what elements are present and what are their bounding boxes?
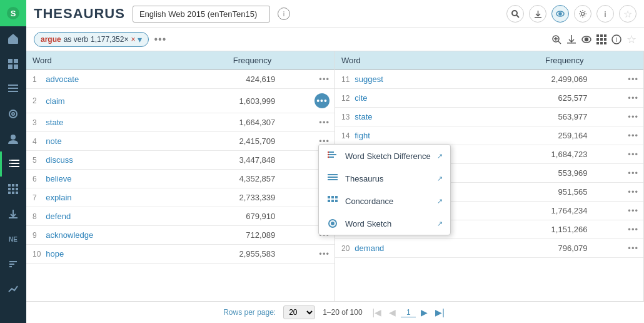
rows-per-page-select[interactable]: 20 10 50 100: [283, 305, 315, 319]
row-more-button[interactable]: •••: [628, 244, 638, 253]
row-word[interactable]: suggest: [352, 70, 456, 89]
row-number: 1: [26, 70, 43, 89]
sidebar-item-home[interactable]: [0, 26, 26, 51]
row-frequency: 2,415,709: [163, 132, 278, 151]
row-more-button[interactable]: •••: [628, 187, 638, 197]
row-word[interactable]: explain: [43, 188, 162, 207]
grid-icon[interactable]: [596, 34, 606, 44]
corpus-selector[interactable]: [133, 6, 270, 23]
dropdown-item-word-sketch[interactable]: Word Sketch ↗: [319, 212, 450, 235]
svg-rect-40: [567, 43, 576, 44]
row-more-button[interactable]: •••: [628, 150, 638, 159]
svg-text:i: i: [616, 36, 617, 43]
dropdown-item-word-sketch-diff[interactable]: Word Sketch Difference ↗: [319, 145, 450, 167]
row-more-button[interactable]: •••: [628, 93, 638, 103]
search-button[interactable]: [506, 5, 524, 23]
row-word[interactable]: cite: [352, 89, 456, 108]
dropdown-item-thesaurus[interactable]: Thesaurus ↗: [319, 167, 450, 190]
table-row: 8 defend 679,910 •••: [26, 207, 335, 226]
row-more-button[interactable]: •••: [628, 206, 638, 215]
row-word[interactable]: demand: [352, 239, 456, 258]
table-row: 10 hope 2,955,583 •••: [26, 245, 335, 264]
row-word[interactable]: note: [43, 132, 162, 151]
row-word[interactable]: hope: [43, 245, 162, 264]
corpus-info-button[interactable]: i: [278, 8, 290, 20]
sidebar-item-trend[interactable]: [0, 277, 26, 302]
row-word[interactable]: claim: [43, 89, 162, 113]
row-more-button[interactable]: •••: [628, 168, 638, 178]
svg-rect-14: [11, 160, 19, 161]
row-frequency: 2,733,339: [163, 188, 278, 207]
prev-page-button[interactable]: ◀: [386, 306, 398, 319]
row-word[interactable]: advocate: [43, 70, 162, 89]
first-page-button[interactable]: |◀: [370, 306, 385, 319]
row-word[interactable]: state: [352, 108, 456, 126]
sidebar-item-wordlist[interactable]: [0, 151, 26, 177]
svg-rect-4: [8, 59, 13, 63]
row-word[interactable]: acknowledge: [43, 226, 162, 245]
page-input[interactable]: [401, 308, 416, 317]
word-sketch-icon: [326, 217, 339, 230]
download-icon[interactable]: [566, 34, 576, 44]
row-more-button[interactable]: •••: [319, 74, 330, 84]
row-number: 4: [26, 132, 43, 151]
tag-dropdown-button[interactable]: ▾: [138, 34, 142, 44]
row-frequency: 1,151,266: [456, 220, 590, 239]
svg-rect-44: [600, 34, 603, 37]
row-number: 14: [335, 126, 352, 145]
app-logo[interactable]: S: [0, 0, 26, 26]
row-word[interactable]: state: [43, 113, 162, 132]
sidebar-item-download[interactable]: [0, 202, 26, 227]
dropdown-item-concordance[interactable]: Concordance ↗: [319, 190, 450, 212]
sidebar-item-user[interactable]: [0, 126, 26, 151]
row-more-button[interactable]: •••: [628, 225, 638, 234]
sidebar-item-dashboard[interactable]: [0, 51, 26, 76]
row-actions: •••: [590, 145, 643, 164]
eye-icon[interactable]: [581, 34, 591, 44]
sidebar-item-ne[interactable]: NE: [0, 227, 26, 252]
row-frequency: 712,089: [163, 226, 278, 245]
external-link-icon: ↗: [437, 175, 443, 183]
row-more-button[interactable]: •••: [628, 112, 638, 121]
row-word[interactable]: believe: [43, 170, 162, 188]
info-icon[interactable]: i: [611, 34, 621, 44]
table-row: 3 state 1,664,307 •••: [26, 113, 335, 132]
row-more-button[interactable]: •••: [628, 74, 638, 84]
row-number: 9: [26, 226, 43, 245]
row-actions: •••: [590, 202, 643, 220]
sidebar-item-sort[interactable]: [0, 252, 26, 277]
concordance-icon: [326, 195, 339, 207]
right-col-frequency: Frequency: [456, 51, 590, 70]
star-icon[interactable]: ☆: [626, 33, 636, 46]
row-word[interactable]: defend: [43, 207, 162, 226]
row-more-button[interactable]: •••: [319, 118, 330, 127]
settings-button[interactable]: [574, 5, 591, 23]
dropdown-item-label: Word Sketch: [345, 219, 391, 228]
sidebar-item-grid[interactable]: [0, 177, 26, 202]
svg-rect-55: [329, 154, 336, 155]
download-button[interactable]: [529, 5, 546, 23]
more-options-button[interactable]: •••: [154, 34, 166, 45]
left-table: Word Frequency 1 advocate 424,619 ••• 2 …: [26, 51, 335, 264]
left-col-frequency: Frequency: [163, 51, 278, 70]
sidebar-item-list[interactable]: [0, 76, 26, 101]
sidebar-item-concordance[interactable]: [0, 101, 26, 126]
search-pos: as verb: [64, 35, 88, 44]
row-more-button[interactable]: •••: [314, 93, 330, 108]
svg-rect-46: [596, 38, 599, 41]
tag-remove-button[interactable]: ×: [131, 35, 135, 44]
row-word[interactable]: discuss: [43, 151, 162, 170]
toolbar: argue as verb 1,177,352× × ▾ ••• i ☆: [26, 28, 644, 51]
info-button[interactable]: i: [596, 5, 614, 23]
row-word[interactable]: fight: [352, 126, 456, 145]
row-more-button[interactable]: •••: [319, 249, 330, 259]
row-actions: •••: [590, 89, 643, 108]
svg-text:S: S: [11, 9, 16, 18]
next-page-button[interactable]: ▶: [418, 306, 430, 319]
row-frequency: 1,603,999: [163, 89, 278, 113]
view-button[interactable]: [551, 5, 569, 23]
last-page-button[interactable]: ▶|: [433, 306, 447, 319]
star-button[interactable]: ☆: [619, 5, 636, 23]
row-number: 12: [335, 89, 352, 108]
row-more-button[interactable]: •••: [628, 131, 638, 140]
